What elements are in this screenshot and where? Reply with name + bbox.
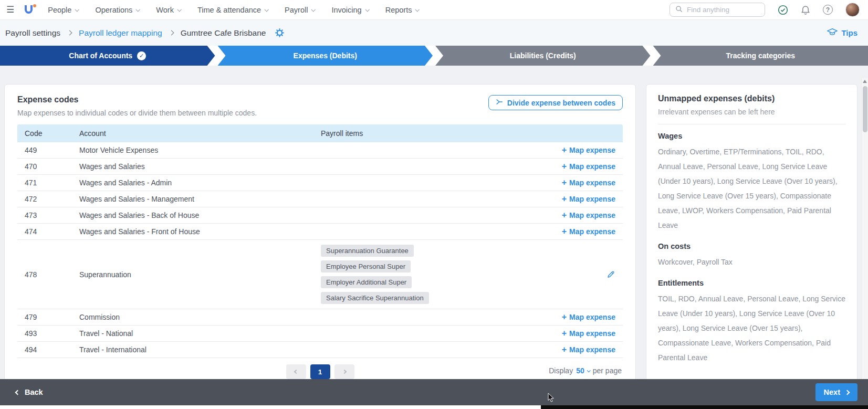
table-row-superannuation: 478 Superannuation Superannuation Guaran…: [17, 240, 623, 309]
expense-account: Motor Vehicle Expenses: [72, 146, 313, 154]
plus-icon: +: [562, 145, 567, 155]
chevron-right-icon: [169, 30, 174, 36]
footer-bar: Back Next: [0, 379, 868, 405]
menu-payroll[interactable]: Payroll: [285, 6, 315, 14]
chevron-down-icon: [365, 7, 369, 12]
expense-code: 478: [17, 240, 72, 309]
step-tracking-categories[interactable]: Tracking categories: [653, 46, 868, 66]
divide-expense-button[interactable]: Divide expense between codes: [488, 95, 623, 110]
section-heading-wages: Wages: [658, 132, 845, 140]
table-row: 473 Wages and Salaries - Back of House +…: [17, 207, 623, 224]
expense-codes-subtitle: Map expenses to individual codes or divi…: [17, 109, 257, 117]
payroll-item-tag: Employee Personal Super: [321, 260, 411, 272]
payroll-ledger-mapping-screen: ☰ People Operations Work Time & attendan…: [0, 0, 868, 409]
payroll-item-tag: Superannuation Guarantee: [321, 245, 414, 257]
map-expense-link[interactable]: +Map expense: [562, 211, 615, 220]
scrollbar-thumb[interactable]: [863, 86, 867, 132]
menu-people[interactable]: People: [48, 6, 78, 14]
expense-code: 479: [17, 313, 72, 321]
main-menu: People Operations Work Time & attendance…: [48, 6, 419, 14]
map-expense-link[interactable]: +Map expense: [562, 162, 615, 171]
table-row: 470 Wages and Salaries +Map expense: [17, 159, 623, 175]
step-complete-check-icon: ✓: [137, 51, 146, 60]
expense-account: Commission: [72, 313, 313, 321]
section-text-wages: Ordinary, Overtime, ETP/Terminations, TO…: [658, 144, 845, 233]
step-liabilities-credits[interactable]: Liabilities (Credits): [435, 46, 651, 66]
map-expense-link[interactable]: +Map expense: [562, 145, 615, 155]
chevron-down-icon: [136, 7, 140, 12]
chevron-down-icon: [587, 369, 590, 372]
menu-invoicing[interactable]: Invoicing: [331, 6, 368, 14]
table-row: 474 Wages and Salaries - Front of House …: [17, 224, 623, 240]
section-heading-entitlements: Entitlements: [658, 279, 845, 287]
edit-mapping-pencil-icon[interactable]: [606, 270, 615, 279]
step-expenses-debits[interactable]: Expenses (Debits): [218, 46, 433, 66]
prev-page-button[interactable]: [286, 364, 306, 379]
next-page-button[interactable]: [334, 364, 354, 379]
back-button[interactable]: Back: [16, 388, 43, 396]
table-row: 479 Commission +Map expense: [17, 309, 623, 326]
breadcrumb: Payroll settings Payroll ledger mapping …: [5, 28, 284, 38]
map-expense-link[interactable]: +Map expense: [562, 329, 615, 338]
map-expense-link[interactable]: +Map expense: [562, 194, 615, 204]
unmapped-title: Unmapped expenses (debits): [658, 94, 845, 103]
search-input[interactable]: [687, 6, 755, 14]
map-expense-link[interactable]: +Map expense: [562, 178, 615, 187]
bottom-strip: [541, 405, 868, 409]
notifications-bell-icon[interactable]: [801, 5, 810, 15]
check-circle-icon[interactable]: [778, 5, 788, 15]
menu-work[interactable]: Work: [156, 6, 181, 14]
expense-code: 472: [17, 195, 72, 203]
pagination-row: 1 Display 50 per page: [17, 364, 623, 379]
scrollbar-up-arrow[interactable]: [863, 80, 867, 83]
chevron-down-icon: [75, 7, 79, 12]
per-page-control: Display 50 per page: [549, 366, 622, 375]
menu-operations[interactable]: Operations: [95, 6, 139, 14]
breadcrumb-payroll-settings[interactable]: Payroll settings: [5, 28, 60, 38]
plus-icon: +: [562, 211, 567, 220]
wizard-steps: Chart of Accounts ✓ Expenses (Debits) Li…: [0, 46, 868, 66]
payroll-item-tag: Salary Sacrifice Superannuation: [321, 292, 429, 304]
tips-button[interactable]: Tips: [827, 28, 857, 38]
page-1-button[interactable]: 1: [310, 364, 330, 379]
graduation-cap-icon: [827, 28, 838, 38]
menu-time-attendance[interactable]: Time & attendance: [197, 6, 268, 14]
plus-icon: +: [562, 162, 567, 171]
global-search[interactable]: [670, 3, 765, 17]
vertical-scrollbar[interactable]: [861, 78, 868, 379]
user-avatar[interactable]: [845, 3, 860, 17]
chevron-left-icon: [15, 390, 20, 395]
gear-icon[interactable]: [275, 28, 284, 37]
table-row: 472 Wages and Salaries - Management +Map…: [17, 191, 623, 207]
expense-account: Travel - National: [72, 329, 313, 338]
pagination: 1: [286, 364, 354, 379]
next-button[interactable]: Next: [815, 383, 857, 401]
step-chart-of-accounts[interactable]: Chart of Accounts ✓: [0, 46, 215, 66]
split-icon: [496, 98, 503, 107]
menu-reports[interactable]: Reports: [385, 6, 419, 14]
expense-code: 471: [17, 179, 72, 187]
search-icon: [675, 5, 683, 15]
help-icon[interactable]: ?: [823, 5, 833, 15]
section-text-on-costs: Workcover, Payroll Tax: [658, 255, 845, 269]
chevron-down-icon: [311, 7, 316, 12]
expense-account: Wages and Salaries - Back of House: [72, 211, 313, 219]
plus-icon: +: [562, 178, 567, 187]
expense-code: 474: [17, 227, 72, 236]
top-navigation: ☰ People Operations Work Time & attendan…: [0, 0, 868, 20]
breadcrumb-payroll-ledger-mapping[interactable]: Payroll ledger mapping: [79, 28, 162, 38]
app-logo[interactable]: [24, 4, 36, 16]
plus-icon: +: [562, 345, 567, 354]
map-expense-link[interactable]: +Map expense: [562, 345, 615, 354]
expense-account: Wages and Salaries: [72, 162, 313, 171]
per-page-dropdown[interactable]: 50: [576, 366, 590, 375]
map-expense-link[interactable]: +Map expense: [562, 312, 615, 322]
chevron-right-icon: [67, 30, 72, 36]
hamburger-menu-icon[interactable]: ☰: [6, 4, 14, 15]
map-expense-link[interactable]: +Map expense: [562, 227, 615, 236]
expense-account: Superannuation: [72, 240, 313, 309]
mapped-payroll-items: Superannuation Guarantee Employee Person…: [313, 240, 534, 309]
chevron-down-icon: [265, 7, 269, 12]
section-text-entitlements: TOIL, RDO, Annual Leave, Personal Leave,…: [658, 291, 845, 365]
mouse-cursor: [548, 393, 555, 405]
